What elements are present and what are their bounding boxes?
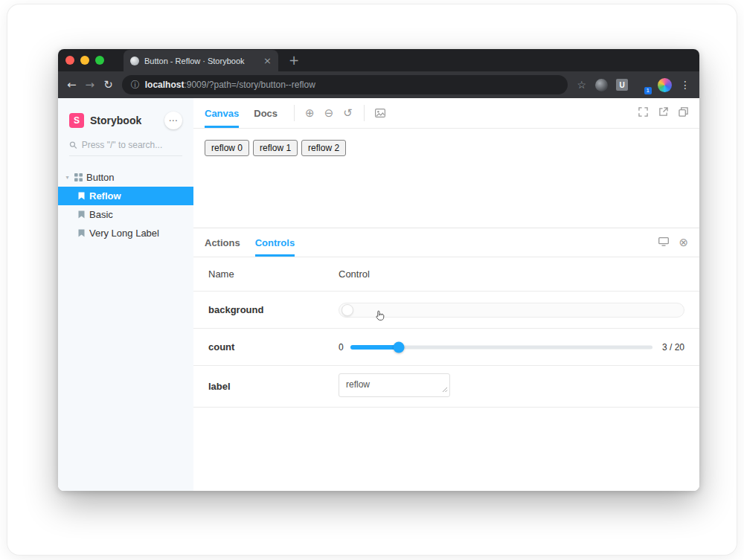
control-row-label: label reflow (193, 366, 699, 408)
new-tab-button[interactable]: + (289, 54, 299, 67)
url-path: :9009/?path=/story/button--reflow (184, 80, 315, 90)
story-button-1[interactable]: reflow 1 (253, 140, 298, 156)
extension-icon-badged[interactable]: 1 (636, 79, 650, 91)
sidebar-item-basic[interactable]: Basic (58, 205, 193, 224)
minimize-window-button[interactable] (80, 56, 89, 65)
controls-table: Name Control background (193, 257, 699, 408)
panel-tabbar: Actions Controls ⊗ (193, 228, 699, 257)
background-toggle-icon[interactable] (375, 109, 385, 118)
browser-window: Button - Reflow · Storybook × + ← → ↻ ⓘ … (58, 49, 699, 491)
sidebar-item-reflow[interactable]: Reflow (58, 187, 193, 205)
extension-badge: 1 (644, 87, 652, 94)
address-bar[interactable]: ⓘ localhost:9009/?path=/story/button--re… (122, 75, 568, 94)
brand-title[interactable]: Storybook (90, 115, 158, 126)
toolbar-divider (294, 105, 295, 121)
background-color-input[interactable] (339, 303, 684, 318)
header-name: Name (208, 268, 339, 280)
controls-header-row: Name Control (193, 257, 699, 292)
zoom-in-icon[interactable]: ⊕ (305, 108, 315, 119)
component-icon (74, 173, 83, 181)
fullscreen-icon[interactable] (638, 106, 648, 120)
story-label: Very Long Label (89, 228, 159, 239)
tab-close-icon[interactable]: × (263, 56, 272, 65)
color-swatch-knob[interactable] (341, 304, 353, 316)
browser-navbar: ← → ↻ ⓘ localhost:9009/?path=/story/butt… (58, 71, 699, 98)
search-icon (69, 141, 77, 149)
count-slider-track[interactable] (350, 341, 652, 353)
back-icon[interactable]: ← (67, 80, 77, 91)
story-button-2[interactable]: reflow 2 (301, 140, 346, 156)
extension-icon-1[interactable] (595, 79, 608, 91)
search-input[interactable] (82, 140, 182, 150)
control-row-background: background (193, 292, 699, 329)
zoom-out-icon[interactable]: ⊖ (324, 108, 334, 119)
main-area: Canvas Docs ⊕ ⊖ ↺ (193, 98, 699, 491)
sidebar-item-button-group[interactable]: ▾ Button (58, 168, 193, 187)
tab-controls[interactable]: Controls (255, 228, 295, 257)
preview-canvas: reflow 0 reflow 1 reflow 2 (193, 129, 699, 228)
story-button-0[interactable]: reflow 0 (205, 140, 249, 156)
sidebar: S Storybook ⋯ ▾ (58, 98, 193, 491)
sidebar-item-very-long-label[interactable]: Very Long Label (58, 224, 193, 242)
extension-toolbar: U 1 ⋮ (595, 78, 690, 92)
resize-grip-icon[interactable] (442, 382, 448, 396)
control-name: background (208, 304, 339, 315)
group-label: Button (86, 172, 115, 183)
sidebar-brand-row: S Storybook ⋯ (58, 107, 193, 140)
open-new-tab-icon[interactable] (658, 106, 668, 120)
panel-position-icon[interactable] (658, 236, 669, 249)
tab-actions[interactable]: Actions (205, 228, 240, 257)
panel-right-group: ⊗ (658, 236, 688, 249)
sidebar-search[interactable] (69, 140, 182, 156)
count-slider-thumb[interactable] (393, 341, 404, 353)
tab-title: Button - Reflow · Storybook (144, 57, 258, 65)
toolbar-right-group (638, 106, 688, 120)
tab-docs[interactable]: Docs (254, 98, 278, 128)
traffic-lights (65, 49, 104, 71)
extension-icon-u[interactable]: U (616, 79, 628, 91)
addons-panel: Actions Controls ⊗ Name (193, 228, 699, 491)
copy-link-icon[interactable] (679, 106, 688, 120)
close-window-button[interactable] (65, 56, 74, 65)
slider-value-label: 3 / 20 (662, 342, 684, 353)
toolbar-divider (364, 105, 365, 121)
caret-down-icon[interactable]: ▾ (64, 175, 71, 181)
panel-close-icon[interactable]: ⊗ (679, 237, 688, 248)
storybook-logo: S (69, 113, 84, 128)
header-control: Control (339, 268, 370, 280)
bookmark-icon (78, 192, 85, 200)
browser-menu-icon[interactable]: ⋮ (680, 80, 690, 90)
count-slider: 0 3 / 20 (339, 341, 684, 353)
site-info-icon[interactable]: ⓘ (131, 80, 140, 89)
tab-canvas[interactable]: Canvas (205, 98, 239, 128)
canvas-toolbar: Canvas Docs ⊕ ⊖ ↺ (193, 98, 699, 129)
zoom-reset-icon[interactable]: ↺ (343, 108, 353, 119)
label-text-input[interactable]: reflow (339, 373, 450, 397)
bookmark-icon (78, 210, 85, 219)
forward-icon[interactable]: → (86, 80, 95, 91)
bookmark-icon (78, 229, 85, 237)
browser-tab[interactable]: Button - Reflow · Storybook × (124, 50, 278, 71)
story-label: Reflow (89, 190, 121, 202)
hand-cursor-icon (374, 309, 387, 326)
slider-min-label: 0 (339, 342, 344, 353)
count-slider-fill (350, 345, 399, 350)
sidebar-menu-button[interactable]: ⋯ (164, 112, 182, 129)
url-host: localhost (145, 80, 185, 90)
zoom-window-button[interactable] (95, 56, 104, 65)
control-name: count (208, 341, 339, 353)
storybook-app: S Storybook ⋯ ▾ (58, 98, 699, 491)
bookmark-star-icon[interactable]: ☆ (577, 80, 586, 90)
profile-avatar[interactable] (658, 78, 672, 92)
browser-titlebar: Button - Reflow · Storybook × + (58, 49, 699, 71)
story-label: Basic (89, 209, 113, 220)
story-tree: ▾ Button Reflow (58, 168, 193, 242)
control-row-count: count 0 3 / 20 (193, 329, 699, 366)
storybook-favicon (130, 57, 139, 65)
reload-icon[interactable]: ↻ (103, 80, 113, 91)
control-name: label (208, 381, 339, 392)
